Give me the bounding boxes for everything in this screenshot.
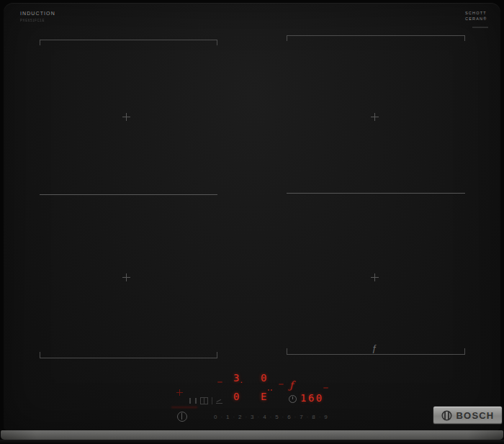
power-level-slider[interactable]: 0 · 1 · 2 · 3 · 4 · 5 · 6 · 7 · 8 · 9 (214, 412, 328, 421)
flex-zone-divider-left (40, 194, 217, 195)
function-key-row (189, 397, 222, 404)
frying-sensor-icon[interactable]: ƒ (289, 379, 293, 391)
timer-display[interactable]: 160 (300, 393, 324, 403)
bosch-logo-text: BOSCH (456, 410, 495, 421)
flex-zone-key-icon[interactable] (200, 397, 208, 404)
induction-cooktop: INDUCTION PXE651FC1E SCHOTT CERAN® ƒ (0, 0, 504, 444)
display-superscript-marks (268, 389, 269, 391)
schott-line: SCHOTT (465, 11, 487, 17)
bosch-armature-icon (441, 410, 452, 421)
slider-dot: · (245, 414, 247, 420)
bosch-logo-plaque: BOSCH (433, 406, 503, 425)
zone-center-mark (371, 113, 379, 121)
zone-center-mark (122, 113, 130, 121)
schott-ceran-logo: SCHOTT CERAN® (465, 11, 487, 22)
slider-dot: · (319, 414, 321, 420)
pause-key-icon[interactable] (189, 398, 197, 404)
schott-fine-print (472, 27, 488, 28)
display-rear-left[interactable]: 3. (233, 373, 243, 386)
slider-dot: · (233, 414, 235, 420)
slider-dot: · (270, 414, 272, 420)
frying-sensor-zone-icon: ƒ (372, 343, 377, 353)
model-number: PXE651FC1E (20, 19, 45, 22)
ceran-line: CERAN® (465, 17, 487, 22)
key-divider (212, 397, 212, 404)
zone-center-mark (371, 273, 379, 281)
slider-level-6[interactable]: 6 (287, 414, 290, 420)
slider-dot: · (282, 414, 284, 420)
induction-label: INDUCTION (20, 11, 55, 16)
slider-level-1[interactable]: 1 (226, 414, 229, 420)
bottom-shadow (0, 440, 504, 444)
wipe-protection-key-icon[interactable] (216, 397, 222, 404)
decimal-dot: . (239, 377, 243, 384)
dim-segment-timer (323, 387, 328, 389)
flex-zone-divider-right (287, 193, 465, 194)
display-front-left[interactable]: 0 (233, 391, 239, 402)
slider-dot: · (294, 414, 297, 420)
slider-level-2[interactable]: 2 (238, 414, 241, 420)
slider-dot: · (307, 414, 309, 420)
zone-center-mark (122, 273, 130, 281)
slider-level-0[interactable]: 0 (214, 414, 217, 420)
slider-level-5[interactable]: 5 (275, 414, 278, 420)
slider-dot: · (220, 414, 222, 420)
slider-level-8[interactable]: 8 (312, 414, 315, 420)
slider-level-9[interactable]: 9 (324, 414, 327, 420)
slider-level-7[interactable]: 7 (300, 414, 302, 420)
slider-dot: · (258, 414, 260, 420)
dim-segment-right (279, 384, 284, 385)
slider-level-4[interactable]: 4 (263, 414, 266, 420)
display-rear-right[interactable]: 0 (261, 373, 266, 383)
timer-clock-icon[interactable] (289, 395, 297, 403)
slider-level-3[interactable]: 3 (251, 414, 253, 420)
power-button[interactable] (177, 412, 187, 422)
glass-ceramic-surface (4, 3, 500, 430)
metal-front-trim (1, 430, 503, 440)
led-reflection (171, 407, 197, 408)
display-front-right[interactable]: E (261, 391, 266, 402)
residual-heat-indicator-icon (176, 389, 183, 396)
dim-segment-left (217, 381, 222, 383)
